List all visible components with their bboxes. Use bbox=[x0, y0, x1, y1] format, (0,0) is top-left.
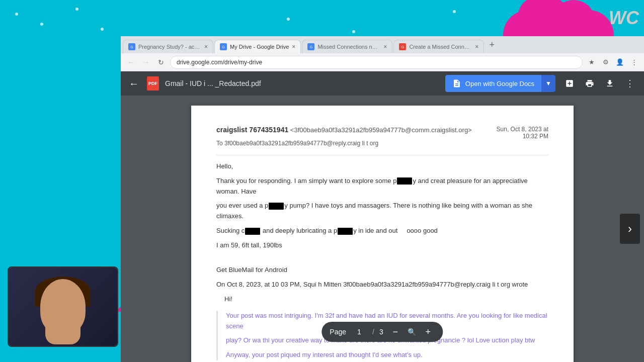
open-with-dropdown-button[interactable]: ▼ bbox=[541, 75, 555, 92]
extensions-button[interactable]: ⚙ bbox=[600, 56, 612, 68]
redacted-3 bbox=[245, 228, 260, 235]
zoom-out-button[interactable]: − bbox=[388, 325, 403, 339]
pdf-viewer: ← PDF Gmail - IUD i ... _Redacted.pdf Op… bbox=[121, 71, 644, 362]
page-controls: Page / 3 − 🔍 + bbox=[321, 322, 443, 342]
address-bar[interactable] bbox=[170, 56, 583, 69]
tab2-close[interactable]: × bbox=[292, 43, 295, 50]
webcam-username-bar: @surlydirty bbox=[9, 346, 117, 347]
pdf-print-button[interactable] bbox=[582, 75, 598, 92]
tab2-icon: G bbox=[220, 43, 227, 50]
browser-tab-1[interactable]: G Pregnancy Study? - acquisitit... × bbox=[123, 40, 213, 53]
refresh-button[interactable]: ↻ bbox=[155, 56, 167, 68]
decor-dot bbox=[352, 30, 355, 33]
new-tab-button[interactable]: + bbox=[485, 40, 499, 50]
wc-logo: WC bbox=[609, 8, 639, 29]
tab1-icon: G bbox=[128, 43, 135, 50]
more-menu-button[interactable]: ⋮ bbox=[628, 56, 640, 68]
email-quoted-hi: Hi! bbox=[224, 294, 548, 305]
pdf-file-icon: PDF bbox=[147, 76, 159, 90]
webcam-face-container bbox=[40, 279, 86, 334]
email-header: Sun, Oct 8, 2023 at 10:32 PM craigslist … bbox=[216, 126, 548, 147]
tab1-close[interactable]: × bbox=[204, 43, 208, 50]
google-docs-icon bbox=[452, 79, 461, 88]
pdf-download-button[interactable] bbox=[602, 75, 618, 92]
zoom-in-button[interactable]: + bbox=[421, 325, 435, 339]
next-page-button[interactable]: › bbox=[620, 214, 640, 244]
tab3-label: Missed Connections near La C... bbox=[317, 44, 380, 50]
pdf-back-button[interactable]: ← bbox=[127, 76, 141, 92]
pdf-toolbar-right: ⋮ bbox=[561, 75, 638, 92]
decor-dot bbox=[528, 25, 531, 28]
tab4-icon: G bbox=[399, 43, 406, 50]
tab4-label: Create a Missed Connections R... bbox=[409, 44, 472, 50]
browser-tab-2[interactable]: G My Drive - Google Drive × bbox=[214, 40, 301, 53]
webcam-face bbox=[40, 279, 86, 334]
email-from-address: <3f00baeb9a0f3a3291a2fb959a94777b@comm.c… bbox=[290, 126, 472, 134]
quoted-line3: Anyway, your post piqued my interest and… bbox=[226, 350, 548, 360]
decor-dot bbox=[40, 23, 43, 26]
webcam-overlay: @surlydirty bbox=[8, 266, 118, 347]
tab2-label: My Drive - Google Drive bbox=[230, 44, 289, 50]
open-with-main-button[interactable]: Open with Google Docs bbox=[445, 75, 541, 92]
decor-dot bbox=[75, 8, 78, 11]
pdf-content-area[interactable]: Sun, Oct 8, 2023 at 10:32 PM craigslist … bbox=[121, 96, 644, 362]
tab3-icon: G bbox=[307, 43, 314, 50]
page-number-input[interactable] bbox=[351, 328, 367, 336]
pdf-toolbar: ← PDF Gmail - IUD i ... _Redacted.pdf Op… bbox=[121, 71, 644, 96]
email-bluemail: Get BlueMail for Android bbox=[216, 265, 548, 276]
open-with-label: Open with Google Docs bbox=[465, 80, 534, 87]
email-body-line4: I am 59, 6ft tall, 190lbs bbox=[216, 240, 548, 251]
email-body-line1: Thank you for responding. I am simply wa… bbox=[216, 176, 548, 197]
email-body-line3: Sucking c and deeply lubricating a p y i… bbox=[216, 226, 548, 236]
forward-button[interactable]: → bbox=[140, 56, 152, 68]
bookmark-button[interactable]: ★ bbox=[586, 56, 598, 68]
decor-dot bbox=[15, 13, 18, 16]
redacted-2 bbox=[269, 203, 284, 210]
pdf-add-button[interactable] bbox=[561, 75, 578, 92]
email-to: To 3f00baeb9a0f3a3291a2fb959a94777b@repl… bbox=[216, 140, 548, 147]
total-pages: 3 bbox=[379, 328, 383, 336]
back-button[interactable]: ← bbox=[125, 56, 137, 68]
tab4-close[interactable]: × bbox=[475, 43, 478, 50]
open-with-google-docs-button[interactable]: Open with Google Docs ▼ bbox=[445, 75, 555, 92]
email-date: Sun, Oct 8, 2023 at 10:32 PM bbox=[497, 126, 548, 140]
email-greeting: Hello, bbox=[216, 161, 548, 172]
profile-button[interactable]: 👤 bbox=[614, 56, 626, 68]
email-divider bbox=[216, 155, 548, 155]
tab3-close[interactable]: × bbox=[383, 43, 387, 50]
webcam-video bbox=[9, 267, 117, 346]
pdf-filename: Gmail - IUD i ... _Redacted.pdf bbox=[165, 79, 439, 87]
browser-actions: ★ ⚙ 👤 ⋮ bbox=[586, 56, 640, 68]
decor-dot bbox=[453, 10, 456, 13]
browser-window: G Pregnancy Study? - acquisitit... × G M… bbox=[121, 36, 644, 362]
pdf-more-button[interactable]: ⋮ bbox=[622, 75, 638, 92]
add-icon bbox=[565, 79, 574, 88]
browser-tab-3[interactable]: G Missed Connections near La C... × bbox=[302, 40, 392, 53]
browser-tabs-bar: G Pregnancy Study? - acquisitit... × G M… bbox=[121, 36, 644, 53]
redacted-4 bbox=[338, 228, 353, 235]
page-label: Page bbox=[330, 328, 346, 336]
page-separator: / bbox=[372, 328, 374, 336]
browser-tab-4[interactable]: G Create a Missed Connections R... × bbox=[393, 40, 484, 53]
zoom-icon: 🔍 bbox=[408, 328, 416, 336]
email-from-name: craigslist 7674351941 bbox=[216, 126, 288, 134]
decor-dot bbox=[287, 18, 290, 21]
tab1-label: Pregnancy Study? - acquisitit... bbox=[138, 44, 201, 50]
download-icon bbox=[605, 79, 614, 88]
email-quoted-header: On Oct 8, 2023, at 10 03 PM, Squi h Mitt… bbox=[216, 280, 548, 290]
redacted-1 bbox=[397, 177, 412, 185]
browser-toolbar: ← → ↻ ★ ⚙ 👤 ⋮ bbox=[121, 53, 644, 71]
email-body-line2: you ever used a p y pump? I have toys an… bbox=[216, 201, 548, 222]
print-icon bbox=[585, 79, 594, 88]
decor-dot bbox=[101, 28, 104, 31]
